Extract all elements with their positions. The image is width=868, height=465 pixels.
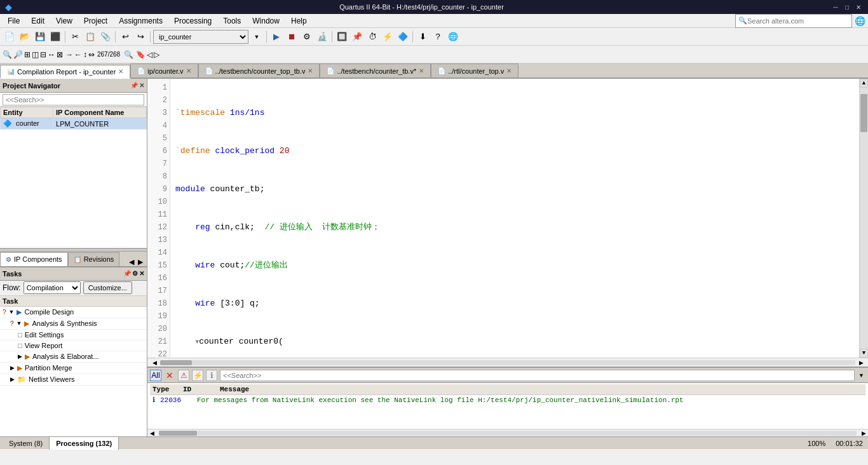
hscroll-thumb[interactable]	[160, 360, 192, 365]
tb2-next[interactable]: ▷	[154, 50, 159, 59]
search-bar[interactable]: 🔍	[735, 14, 852, 28]
chip-btn[interactable]: 🔲	[335, 30, 349, 44]
menu-help[interactable]: Help	[286, 15, 312, 27]
tab-revisions[interactable]: 📋 Revisions	[68, 252, 120, 266]
power-btn[interactable]: ⚡	[381, 30, 395, 44]
tb2-btn5[interactable]: ⊟	[40, 50, 46, 59]
save-all-btn[interactable]: ⬛	[48, 30, 62, 44]
search-input[interactable]	[747, 17, 849, 25]
tb2-btn10[interactable]: ↕	[83, 50, 87, 59]
redo-btn[interactable]: ↪	[133, 30, 147, 44]
flow-select[interactable]: Compilation	[24, 281, 81, 294]
compile-expand[interactable]: ▼	[9, 309, 15, 315]
tasks-pin-btn[interactable]: 📌	[123, 270, 131, 277]
dropdown-icon[interactable]: ▼	[250, 30, 264, 44]
stop-btn[interactable]: ⏹	[285, 30, 299, 44]
menu-tools[interactable]: Tools	[218, 15, 246, 27]
help-btn[interactable]: ?	[431, 30, 445, 44]
netlist-expand[interactable]: ▶	[10, 376, 15, 382]
menu-view[interactable]: View	[51, 15, 78, 27]
tab-counter-top[interactable]: 📄 ../rtl/counter_top.v ✕	[431, 64, 519, 78]
table-row[interactable]: 🔷 counter LPM_COUNTER	[1, 118, 147, 130]
tb2-btn3[interactable]: ⊞	[24, 50, 31, 59]
analysis-expand[interactable]: ▼	[17, 320, 22, 327]
pin-btn[interactable]: 📌	[350, 30, 364, 44]
log-search-input[interactable]	[220, 370, 855, 381]
menu-processing[interactable]: Processing	[169, 15, 217, 27]
new-btn[interactable]: 📄	[3, 30, 17, 44]
editor-scrollbar[interactable]: ◀ ▶	[147, 358, 868, 367]
tab-tb-top[interactable]: 📄 ../testbench/counter_top_tb.v ✕	[198, 64, 320, 78]
vscroll-track[interactable]	[860, 88, 868, 349]
tab-close-tb-top[interactable]: ✕	[308, 67, 313, 74]
compile-btn[interactable]: ▶	[269, 30, 283, 44]
tab-close-ip[interactable]: ✕	[186, 67, 191, 74]
menu-project[interactable]: Project	[79, 15, 112, 27]
close-button[interactable]: ✕	[854, 3, 863, 11]
scroll-down-arrow[interactable]: ▼	[860, 349, 868, 358]
prog-btn[interactable]: ⬇	[416, 30, 430, 44]
task-edit-settings[interactable]: □ Edit Settings	[0, 330, 147, 340]
menu-edit[interactable]: Edit	[26, 15, 50, 27]
tb2-btn11[interactable]: ⇔	[88, 50, 95, 59]
partition-expand[interactable]: ▶	[10, 365, 15, 371]
fold-mark-7[interactable]: ▼	[195, 339, 199, 346]
nav-prev-btn[interactable]: ◀	[128, 258, 135, 266]
tb2-btn9[interactable]: ←	[74, 50, 82, 59]
hscroll-track[interactable]	[160, 360, 855, 365]
minimize-button[interactable]: ─	[831, 3, 840, 11]
tab-counter-tb[interactable]: 📄 ../testbench/counter_tb.v* ✕	[320, 64, 431, 78]
tab-ip-components[interactable]: ⚙ IP Components	[0, 252, 68, 266]
right-scrollbar[interactable]: ▲ ▼	[859, 79, 868, 358]
tab-compilation-report[interactable]: 📊 Compilation Report - ip_counter ✕	[0, 65, 130, 79]
project-dropdown[interactable]: ip_counter	[153, 30, 248, 44]
log-scroll-thumb[interactable]	[159, 431, 197, 436]
tb2-btn2[interactable]: 🔎	[13, 50, 23, 59]
nav-next-btn[interactable]: ▶	[137, 258, 144, 266]
open-btn[interactable]: 📂	[18, 30, 32, 44]
task-analysis-synthesis[interactable]: ? ▼ ▶ Analysis & Synthesis	[0, 318, 147, 330]
task-partition-merge[interactable]: ▶ ▶ Partition Merge	[0, 363, 147, 374]
copy-btn[interactable]: 📋	[83, 30, 97, 44]
log-scroll-left[interactable]: ◀	[147, 430, 156, 436]
web-btn[interactable]: 🌐	[446, 30, 460, 44]
log-all-btn[interactable]: All	[150, 370, 161, 381]
tasks-close-btn[interactable]: ✕	[139, 270, 144, 277]
tab-close-ctop[interactable]: ✕	[506, 67, 512, 74]
log-clear-btn[interactable]: ✕	[164, 370, 175, 381]
project-search-input[interactable]	[3, 94, 144, 105]
cut-btn[interactable]: ✂	[68, 30, 82, 44]
tab-ip-counter-v[interactable]: 📄 ip/counter.v ✕	[130, 64, 198, 78]
project-nav-search[interactable]	[0, 93, 147, 107]
sim-btn[interactable]: 🔬	[315, 30, 329, 44]
tasks-settings-btn[interactable]: ⚙	[132, 270, 138, 277]
hscroll-right[interactable]: ▶	[857, 360, 865, 366]
timing-btn[interactable]: ⏱	[365, 30, 379, 44]
rtl-btn[interactable]: 🔷	[396, 30, 410, 44]
tb2-btn8[interactable]: →	[65, 50, 73, 59]
tb2-prev[interactable]: ◁	[147, 50, 153, 59]
elab-expand[interactable]: ▶	[18, 353, 22, 360]
log-info-btn[interactable]: ℹ	[206, 370, 217, 381]
tb2-num[interactable]: 267/268	[97, 51, 123, 58]
menu-file[interactable]: File	[3, 15, 25, 27]
scroll-up-arrow[interactable]: ▲	[860, 79, 868, 88]
nav-pin-btn[interactable]: 📌	[130, 82, 138, 89]
log-scroll-right[interactable]: ▶	[859, 430, 868, 436]
log-hscrollbar[interactable]: ◀ ▶	[147, 429, 868, 436]
menu-window[interactable]: Window	[247, 15, 285, 27]
status-tab-system[interactable]: System (8)	[3, 437, 50, 450]
paste-btn[interactable]: 📎	[98, 30, 112, 44]
customize-button[interactable]: Customize...	[83, 281, 132, 294]
task-analysis-elaboration[interactable]: ▶ ▶ Analysis & Elaborat...	[0, 351, 147, 363]
analyze-btn[interactable]: ⚙	[300, 30, 314, 44]
tb2-btn7[interactable]: ⊠	[57, 50, 63, 59]
tb2-btn4[interactable]: ◫	[32, 50, 39, 59]
log-error-btn[interactable]: ⚠	[178, 370, 189, 381]
tb2-btn1[interactable]: 🔍	[3, 50, 12, 59]
task-view-report[interactable]: □ View Report	[0, 340, 147, 351]
task-netlist-viewers[interactable]: ▶ 📁 Netlist Viewers	[0, 374, 147, 386]
tab-close-ctb[interactable]: ✕	[419, 67, 424, 74]
code-editor[interactable]: 1 2 3 4 5 6 7 8 9 10 11 12 13 14 15 16 1…	[147, 79, 868, 358]
log-scroll-track[interactable]	[159, 431, 857, 436]
